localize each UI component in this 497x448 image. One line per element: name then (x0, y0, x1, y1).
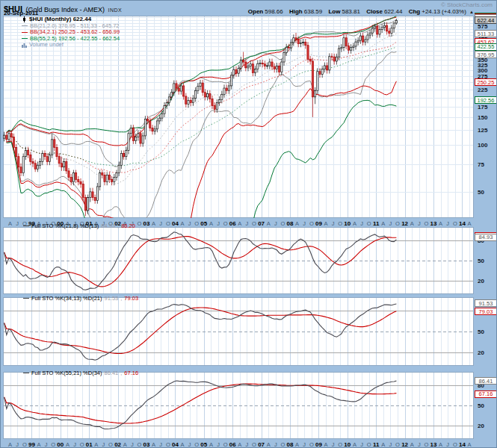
svg-text:07: 07 (258, 220, 265, 227)
svg-text:O: O (424, 441, 428, 448)
svg-text:100: 100 (478, 142, 488, 149)
x-axis-labels-bottom: AJO99AJO00AJO01AJO02AJO03AJO04AJO05AJO06… (8, 441, 471, 448)
svg-text:A: A (152, 441, 155, 448)
svg-text:A: A (324, 441, 327, 448)
svg-text:J: J (131, 441, 134, 448)
svg-text:J: J (45, 441, 48, 448)
svg-text:O: O (223, 441, 228, 448)
stoch3-k-value: 86.41 (104, 370, 118, 376)
svg-text:J: J (246, 441, 249, 448)
svg-text:O: O (367, 220, 371, 227)
svg-text:O: O (166, 441, 170, 448)
stoch1-k-value: 84.93 (101, 223, 115, 229)
stockcharts-credit: © StockCharts.com (441, 1, 493, 8)
svg-text:A: A (381, 441, 385, 448)
svg-text:84.93: 84.93 (479, 234, 493, 240)
svg-text:02: 02 (114, 441, 121, 448)
stoch2-legend-label: Full STO %K(34,13) %D(21) (31, 295, 102, 302)
main-legend: $HUI (Monthly) 622.44 BB(21,2.0) 376.95 … (22, 16, 120, 49)
svg-text:A: A (180, 441, 184, 448)
svg-text:O: O (453, 220, 457, 227)
svg-text:O: O (137, 220, 141, 227)
svg-text:J: J (389, 441, 392, 448)
low-value: 583.81 (342, 8, 359, 15)
svg-text:A: A (123, 441, 127, 448)
svg-text:A: A (238, 441, 241, 448)
svg-text:86.41: 86.41 (479, 378, 493, 385)
svg-text:A: A (295, 441, 299, 448)
low-label: Low (328, 8, 340, 15)
svg-text:06: 06 (229, 220, 236, 227)
svg-text:A: A (180, 220, 184, 227)
line-swatch (23, 298, 29, 299)
candlestick-icon (22, 16, 27, 22)
svg-text:01: 01 (86, 441, 93, 448)
svg-text:O: O (367, 441, 371, 448)
svg-text:50: 50 (478, 258, 484, 264)
svg-text:622.44: 622.44 (478, 17, 495, 24)
svg-text:175: 175 (478, 104, 488, 111)
svg-text:A: A (410, 220, 414, 227)
svg-text:A: A (353, 220, 356, 227)
volume-icon (22, 43, 27, 48)
stoch1-d-value: 86.20 (121, 223, 135, 229)
svg-text:125: 125 (478, 127, 488, 134)
stoch2-d-value: 79.03 (124, 295, 138, 302)
svg-text:J: J (217, 441, 220, 448)
svg-text:A: A (295, 220, 299, 227)
high-label: High (289, 8, 303, 15)
line-swatch (23, 225, 29, 226)
svg-text:J: J (332, 441, 335, 448)
svg-text:O: O (80, 441, 84, 448)
legend-volume-label: Volume undef (29, 42, 64, 49)
svg-text:422.55: 422.55 (478, 43, 495, 50)
svg-text:O: O (194, 220, 199, 227)
svg-text:A: A (209, 220, 213, 227)
svg-text:J: J (303, 220, 306, 227)
svg-text:O: O (166, 220, 170, 227)
svg-text:J: J (418, 220, 421, 227)
svg-text:99: 99 (28, 441, 35, 448)
svg-text:O: O (223, 220, 228, 227)
svg-text:20: 20 (478, 349, 484, 356)
svg-text:O: O (137, 441, 141, 448)
stoch3-legend-label: Full STO %K(55,21) %D(34) (31, 370, 102, 376)
svg-text:A: A (410, 441, 414, 448)
svg-text:A: A (8, 220, 12, 227)
svg-text:A: A (8, 441, 12, 448)
svg-text:A: A (66, 441, 70, 448)
svg-text:376.95: 376.95 (478, 52, 495, 58)
quote-bar: Open598.66 High638.59 Low583.81 Close622… (244, 8, 474, 15)
close-value: 622.44 (384, 8, 402, 15)
svg-text:192.56: 192.56 (478, 97, 495, 104)
svg-text:03: 03 (143, 220, 150, 227)
svg-text:J: J (446, 441, 449, 448)
svg-text:J: J (159, 220, 162, 227)
svg-text:06: 06 (229, 441, 236, 448)
svg-text:250.25: 250.25 (478, 79, 495, 86)
svg-text:A: A (353, 441, 356, 448)
svg-text:A: A (439, 220, 442, 227)
svg-text:91.53: 91.53 (479, 300, 493, 307)
svg-text:A: A (152, 220, 155, 227)
svg-text:A: A (467, 441, 471, 448)
svg-text:O: O (395, 441, 400, 448)
svg-text:A: A (324, 220, 327, 227)
stoch1-legend: Full STO %K(21,8) %D(13) 84.93, 86.20 (23, 223, 135, 229)
svg-text:511.33: 511.33 (478, 31, 494, 37)
svg-text:03: 03 (143, 441, 150, 448)
svg-text:75: 75 (478, 161, 484, 168)
svg-text:O: O (395, 220, 400, 227)
svg-text:A: A (439, 441, 442, 448)
stoch3-d-value: 67.16 (124, 370, 138, 376)
svg-text:O: O (252, 441, 256, 448)
svg-text:O: O (22, 441, 27, 448)
svg-text:A: A (267, 441, 271, 448)
stoch2-legend: Full STO %K(34,13) %D(21) 91.53, 79.03 (23, 295, 138, 302)
svg-text:00: 00 (57, 441, 64, 448)
line-swatch (22, 38, 28, 39)
svg-text:12: 12 (401, 220, 408, 227)
svg-text:09: 09 (315, 441, 322, 448)
svg-text:J: J (73, 441, 76, 448)
svg-text:J: J (360, 220, 363, 227)
